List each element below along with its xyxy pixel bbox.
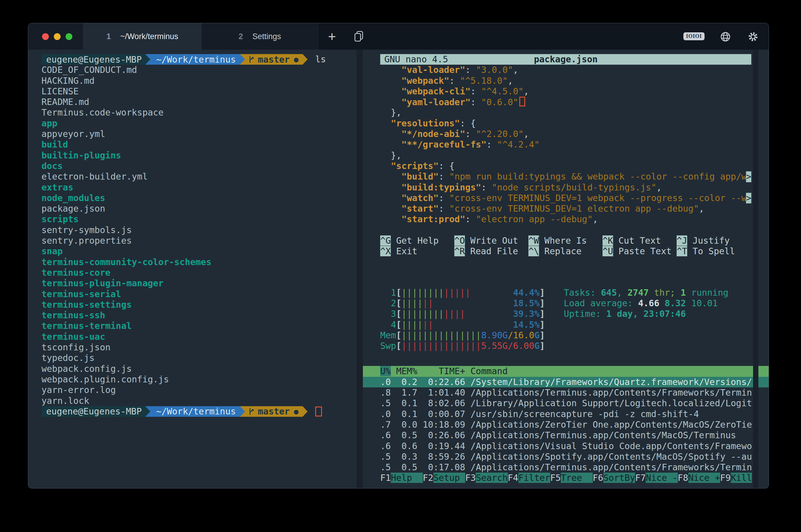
fkey-f7[interactable]: F7Nice -: [635, 473, 678, 483]
serial-indicator-badge[interactable]: IOIOI: [683, 32, 705, 40]
htop-summary: 1[|||||||||||||44.4%]2[||||||18.5%]3[|||…: [380, 287, 769, 352]
nano-shortcut-hint: ^G Get Help: [380, 235, 454, 246]
process-row[interactable]: .5 0.5 0:17.08 /Applications/Terminus.ap…: [363, 462, 769, 473]
pane-splitter[interactable]: [356, 50, 363, 488]
fkey-f4[interactable]: F4Filter: [508, 473, 551, 483]
htop-process-table: U% MEM% TIME+ Command.0 0.2 0:22.66 /Sys…: [363, 366, 769, 473]
nano-line: "*/node-abi": "^2.20.0",: [380, 129, 751, 139]
new-tab-button[interactable]: +: [319, 23, 344, 50]
dir-entry: terminus-settings: [41, 300, 356, 310]
htop-tasks-summary: Tasks: 645, 2747 thr; 1 runningLoad aver…: [564, 287, 728, 352]
process-row[interactable]: .7 0.0 10:18.09 /Applications/ZeroTier O…: [363, 419, 769, 430]
dir-entry: builtin-plugins: [41, 150, 356, 161]
file-entry: README.md: [41, 97, 356, 107]
close-window-button[interactable]: [42, 33, 49, 40]
file-entry: webpack.config.js: [41, 364, 356, 374]
split-panes-icon: [353, 30, 365, 43]
window-controls: [28, 23, 83, 50]
tab-terminal[interactable]: 1 ~/Work/terminus: [83, 23, 202, 50]
nano-shortcut-hint: ^W Where Is: [528, 235, 602, 246]
nano-shortcut-hint: ^J Justify: [677, 235, 751, 246]
dir-entry: extras: [41, 182, 356, 193]
file-entry: Terminus.code-workspace: [41, 107, 356, 118]
file-entry: tsconfig.json: [41, 342, 356, 353]
terminus-window: 1 ~/Work/terminus 2 Settings + IOIOI: [28, 23, 769, 489]
nano-line: "webpack-cli": "^4.5.0",: [380, 86, 751, 97]
fkey-f6[interactable]: F6SortBy: [593, 473, 635, 483]
nano-shortcut-hint: ^R Read File: [454, 246, 528, 256]
desktop: 1 ~/Work/terminus 2 Settings + IOIOI: [0, 0, 801, 532]
file-entry: yarn-error.log: [41, 385, 356, 395]
split-view: eugene@Eugenes-MBP ~/Work/terminus maste…: [28, 50, 769, 488]
file-entry: typedoc.js: [41, 353, 356, 363]
htop-meters: 1[|||||||||||||44.4%]2[||||||18.5%]3[|||…: [380, 287, 545, 352]
split-tab-button[interactable]: [347, 23, 372, 50]
nano-version: GNU nano 4.5: [384, 54, 448, 65]
process-row[interactable]: .6 0.5 0:26.06 /Applications/Terminus.ap…: [363, 430, 769, 441]
nano-cursor: [519, 97, 525, 107]
nano-line: "scripts": {: [380, 161, 751, 171]
nano-line: "webpack": "^5.18.0",: [380, 76, 751, 86]
powerline-separator: [240, 406, 245, 417]
tab-index: 2: [239, 32, 243, 41]
line-continuation-marker: >: [746, 193, 751, 203]
fkey-f9[interactable]: F9Kill: [720, 473, 752, 483]
process-row[interactable]: .5 0.3 8:59.26 /Applications/Spotify.app…: [363, 452, 769, 462]
process-row[interactable]: .6 0.6 0:19.44 /Applications/Visual Stud…: [363, 441, 769, 452]
tab-bar: 1 ~/Work/terminus 2 Settings + IOIOI: [28, 23, 769, 50]
nano-shortcut-hint: ^T To Spell: [677, 246, 751, 256]
dir-entry: node_modules: [41, 193, 356, 203]
nano-title-bar: GNU nano 4.5 package.json: [380, 54, 751, 65]
meter-3: 3[||||||||||||39.3%]: [380, 309, 545, 319]
git-branch-icon: [248, 407, 255, 416]
terminal-pane-left[interactable]: eugene@Eugenes-MBP ~/Work/terminus maste…: [28, 50, 356, 488]
nano-line: "build:typings": "node scripts/build-typ…: [380, 182, 751, 193]
nano-line: },: [380, 107, 751, 118]
file-entry: webpack.plugin.config.js: [41, 374, 356, 385]
file-entry: package.json: [41, 203, 356, 214]
powerline-separator: [145, 54, 150, 65]
process-row[interactable]: .8 1.7 1:01.40 /Applications/Terminus.ap…: [363, 387, 769, 398]
tasks-line: Tasks: 645, 2747 thr; 1 running: [564, 287, 728, 298]
file-entry: yarn.lock: [41, 396, 356, 406]
fkey-f2[interactable]: F2Setup: [423, 473, 465, 483]
globe-icon[interactable]: [720, 31, 731, 43]
fkey-f5[interactable]: F5Tree: [550, 473, 593, 483]
tab-title: ~/Work/terminus: [120, 32, 178, 41]
powerline-separator: [240, 54, 245, 65]
dir-entry: snap: [41, 246, 356, 256]
minimize-window-button[interactable]: [54, 33, 60, 40]
process-row[interactable]: .0 0.2 0:22.66 /System/Library/Framework…: [363, 377, 769, 387]
file-entry: LICENSE: [41, 86, 356, 97]
scrollbar-track[interactable]: [753, 50, 758, 488]
meter-2: 2[||||||18.5%]: [380, 298, 545, 309]
dir-entry: terminus-serial: [41, 289, 356, 300]
meter-swp: Swp[|||||||||||||||5.55G/6.00G]: [380, 341, 545, 351]
process-table-header[interactable]: U% MEM% TIME+ Command: [363, 366, 769, 377]
process-row[interactable]: .0 0.1 0:00.07 /usr/sbin/screencapture -…: [363, 409, 769, 419]
fkey-f1[interactable]: F1Help: [380, 473, 423, 483]
shell-prompt-line: eugene@Eugenes-MBP ~/Work/terminus maste…: [41, 54, 356, 65]
htop-function-key-bar: F1Help F2Setup F3SearchF4FilterF5Tree F6…: [380, 473, 769, 483]
prompt-user-segment: eugene@Eugenes-MBP: [41, 406, 145, 417]
nano-line: "start:prod": "electron app --debug",: [380, 214, 751, 225]
typed-command: ls: [315, 54, 326, 65]
nano-line: },: [380, 150, 751, 161]
tab-settings[interactable]: 2 Settings: [202, 23, 318, 50]
settings-gear-icon[interactable]: [747, 31, 759, 43]
zoom-window-button[interactable]: [66, 33, 72, 40]
fkey-f3[interactable]: F3Search: [465, 473, 508, 483]
nano-line: "val-loader": "3.0.0",: [380, 65, 751, 75]
dir-entry: terminus-core: [41, 267, 356, 278]
dir-entry: scripts: [41, 214, 356, 225]
process-row[interactable]: .5 0.1 8:02.06 /Library/Application Supp…: [363, 398, 769, 408]
dir-entry: terminus-uac: [41, 331, 356, 342]
tasks-line: Uptime: 1 day, 23:07:46: [564, 309, 728, 319]
fkey-f8[interactable]: F8Nice +: [678, 473, 721, 483]
terminal-pane-right[interactable]: GNU nano 4.5 package.json "val-loader": …: [363, 50, 769, 488]
tab-index: 1: [107, 32, 111, 41]
ls-output: CODE_OF_CONDUCT.mdHACKING.mdLICENSEREADM…: [41, 65, 356, 406]
shell-prompt-line-2: eugene@Eugenes-MBP ~/Work/terminus maste…: [41, 406, 356, 417]
dir-entry: terminus-community-color-schemes: [41, 257, 356, 267]
file-entry: appveyor.yml: [41, 129, 356, 139]
